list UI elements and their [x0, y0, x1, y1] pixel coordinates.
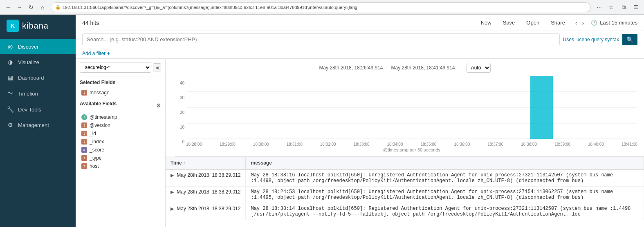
available-fields-title: Available Fields: [80, 101, 117, 107]
expand-row-button-1[interactable]: ▶: [171, 173, 174, 178]
time-value-3: May 28th 2018, 18:38:29.012: [177, 206, 240, 211]
col-header-message[interactable]: message: [246, 157, 644, 169]
sidebar-item-dashboard[interactable]: ▦ Dashboard: [0, 70, 76, 85]
field-item-message[interactable]: t message: [80, 89, 161, 97]
interval-select[interactable]: Auto: [467, 63, 491, 73]
search-input[interactable]: [82, 33, 560, 45]
time-label: Last 15 minutes: [600, 20, 637, 26]
share-button[interactable]: Share: [548, 18, 568, 27]
sidebar-item-devtools[interactable]: 🔧 Dev Tools: [0, 102, 76, 117]
time-nav-arrows: ‹ ›: [573, 19, 586, 27]
y-label-30: 30: [180, 96, 184, 100]
expand-row-button-3[interactable]: ▶: [171, 206, 174, 211]
fields-gear-button[interactable]: ⚙: [156, 102, 161, 109]
open-button[interactable]: Open: [523, 18, 543, 27]
left-panel: securelog-* ◀ Selected Fields t message …: [76, 59, 166, 227]
chart-x-axis-label: @timestamp per 30 seconds: [186, 147, 637, 152]
sidebar-item-discover[interactable]: ◎ Discover: [0, 39, 76, 54]
clock-icon: 🕐: [591, 20, 597, 26]
sidebar-item-label-management: Management: [18, 122, 49, 128]
refresh-button[interactable]: ↻: [26, 2, 36, 12]
field-item-id[interactable]: t _id: [80, 129, 161, 138]
kibana-logo-icon: K: [7, 20, 19, 32]
x-label-1841: 18:41:00: [622, 142, 637, 147]
field-item-type[interactable]: t _type: [80, 154, 161, 162]
field-name-index: _index: [90, 139, 104, 145]
field-item-timestamp[interactable]: ! @timestamp: [80, 113, 161, 121]
field-item-index[interactable]: t _index: [80, 138, 161, 146]
save-button[interactable]: Save: [500, 18, 518, 27]
col-header-time[interactable]: Time ↑: [166, 157, 246, 169]
x-label-1833: 18:33:00: [354, 142, 370, 147]
search-input-wrap: [82, 33, 560, 45]
x-label-1831: 18:31:00: [287, 142, 303, 147]
browser-actions: ⋯ ☆ ⧉ ☰: [594, 2, 641, 12]
main-content: 44 hits New Save Open Share ‹ › 🕐 Last 1…: [76, 15, 644, 227]
chart-content: 18:28:00 18:29:00 18:30:00 18:31:00 18:3…: [186, 76, 637, 152]
inner-layout: securelog-* ◀ Selected Fields t message …: [76, 59, 644, 227]
extensions-button[interactable]: ⧉: [619, 2, 628, 12]
x-label-1840: 18:40:00: [588, 142, 604, 147]
search-submit-button[interactable]: 🔍: [622, 34, 637, 45]
time-col-label: Time: [171, 160, 182, 166]
table-row: ▶ May 28th 2018, 18:38:29.012 May 28 18:…: [166, 169, 644, 187]
time-range-separator: —: [458, 65, 463, 71]
results-table: Time ↑ message ▶ May 28th 2018, 18:38:29: [166, 157, 644, 220]
sidebar-item-label-timelion: Timelion: [18, 91, 38, 97]
x-label-1830: 18:30:00: [253, 142, 269, 147]
selected-fields-title: Selected Fields: [80, 80, 161, 85]
more-button[interactable]: ⋯: [594, 2, 604, 12]
bookmark-button[interactable]: ☆: [606, 2, 616, 12]
time-next-arrow[interactable]: ›: [580, 19, 586, 27]
sidebar-item-label-visualize: Visualize: [18, 59, 39, 65]
kibana-logo-text: kibana: [22, 21, 49, 31]
time-cell-1: ▶ May 28th 2018, 18:38:29.012: [166, 169, 246, 187]
sidebar-item-visualize[interactable]: ◑ Visualize: [0, 54, 76, 70]
table-row: ▶ May 28th 2018, 18:38:29.012 May 28 18:…: [166, 203, 644, 220]
field-name-score: _score: [90, 147, 104, 153]
expand-row-button-2[interactable]: ▶: [171, 189, 174, 195]
hits-count: 44 hits: [82, 20, 99, 26]
field-item-host[interactable]: t host: [80, 162, 161, 170]
field-name-host: host: [90, 163, 99, 169]
time-range-display[interactable]: 🕐 Last 15 minutes: [591, 20, 637, 26]
time-prev-arrow[interactable]: ‹: [573, 19, 579, 27]
add-filter-label: Add a filter: [82, 51, 105, 56]
collapse-panel-button[interactable]: ◀: [153, 63, 161, 71]
home-button[interactable]: ⌂: [38, 2, 47, 12]
chart-x-labels: 18:28:00 18:29:00 18:30:00 18:31:00 18:3…: [186, 142, 637, 147]
field-name-timestamp: @timestamp: [90, 114, 117, 120]
time-value-1: May 28th 2018, 18:38:29.012: [177, 172, 240, 178]
chart-area: May 28th 2018, 18:26:49.914 - May 28th 2…: [166, 59, 644, 157]
add-filter-button[interactable]: Add a filter +: [82, 50, 110, 56]
x-label-1837: 18:37:00: [487, 142, 503, 147]
toolbar-right: New Save Open Share ‹ › 🕐 Last 15 minute…: [478, 18, 637, 27]
field-item-version[interactable]: t @version: [80, 121, 161, 129]
management-icon: ⚙: [7, 122, 14, 128]
x-label-1838: 18:38:00: [521, 142, 537, 147]
y-label-40: 40: [180, 81, 184, 85]
field-type-circle-badge: !: [81, 114, 87, 120]
field-item-score[interactable]: # _score: [80, 146, 161, 154]
x-label-1835: 18:35:00: [420, 142, 436, 147]
lock-icon: 🔒: [55, 4, 61, 10]
sidebar-item-management[interactable]: ⚙ Management: [0, 117, 76, 133]
time-start: May 28th 2018, 18:26:49.914: [319, 65, 383, 71]
field-type-t-badge-type: t: [81, 155, 87, 161]
index-dropdown[interactable]: securelog-*: [80, 62, 151, 73]
sidebar-item-label-discover: Discover: [18, 44, 39, 50]
address-bar[interactable]: 🔒 192.168.1.31:5601/app/kibana#/discover…: [51, 2, 591, 12]
sidebar-toggle-button[interactable]: ☰: [631, 2, 641, 12]
chart-y-axis: 40 30 20 10 0: [172, 81, 184, 152]
time-range-header: May 28th 2018, 18:26:49.914 - May 28th 2…: [172, 63, 637, 73]
results-area[interactable]: Time ↑ message ▶ May 28th 2018, 18:38:29: [166, 157, 644, 227]
x-label-1829: 18:29:00: [220, 142, 236, 147]
field-name-version: @version: [90, 122, 110, 128]
x-label-1839: 18:39:00: [554, 142, 570, 147]
forward-button[interactable]: →: [15, 2, 25, 12]
new-button[interactable]: New: [478, 18, 495, 27]
timelion-icon: 〜: [7, 90, 14, 97]
sidebar-item-timelion[interactable]: 〜 Timelion: [0, 85, 76, 102]
back-button[interactable]: ←: [3, 2, 13, 12]
sort-indicator: ↑: [183, 161, 185, 165]
